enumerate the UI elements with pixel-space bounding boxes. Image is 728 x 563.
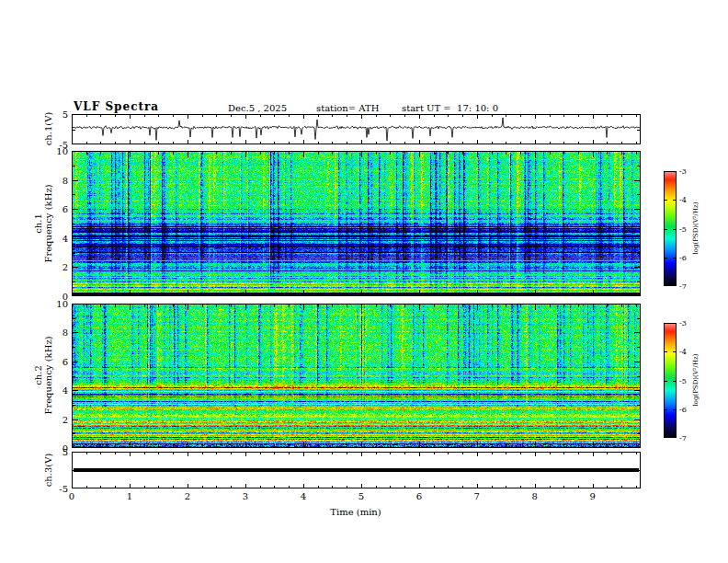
- colorbar-tick-label: -4: [679, 196, 687, 204]
- colorbar-ch2: [664, 323, 677, 438]
- colorbar-ch1: [664, 171, 677, 286]
- colorbar-tick-label: -6: [679, 405, 687, 413]
- ch1-voltage-axis-label: ch.1(V): [43, 112, 53, 146]
- voltage-tick-label: 5: [63, 109, 68, 120]
- ch3-waveform-canvas: [72, 452, 641, 488]
- colorbar-tick-label: -7: [679, 434, 687, 442]
- voltage-tick-label: -5: [59, 484, 68, 494]
- x-tick-label: 9: [590, 491, 596, 501]
- colorbar-tick-label: -4: [679, 348, 687, 356]
- frequency-tick-label: 4: [63, 385, 68, 396]
- colorbar1-axis-label: log(PSD)(V²/Hz): [691, 202, 701, 255]
- frequency-tick-label: 8: [63, 175, 68, 185]
- colorbar-tick-label: -7: [679, 282, 687, 291]
- station-label: station= ATH: [316, 103, 379, 113]
- frequency-tick-label: 2: [63, 414, 68, 424]
- x-tick-label: 3: [243, 491, 248, 501]
- colorbar2-axis-label: log(PSD)(V²/Hz): [691, 354, 701, 407]
- colorbar-tick-label: -5: [679, 224, 687, 233]
- date-label: Dec.5 , 2025: [228, 103, 287, 113]
- figure-title: VLF Spectra: [74, 100, 159, 113]
- x-tick-label: 2: [185, 491, 190, 501]
- ch1-spectrogram-canvas: [72, 151, 641, 296]
- colorbar-tick-label: -3: [679, 319, 687, 327]
- frequency-tick-label: 8: [63, 327, 68, 338]
- frequency-tick-label: 2: [63, 262, 68, 272]
- colorbar-tick-label: -6: [679, 253, 687, 261]
- x-tick-label: 6: [416, 491, 422, 501]
- frequency-tick-label: 10: [56, 299, 68, 309]
- start-ut-label: start UT = 17: 10: 0: [402, 103, 498, 113]
- x-tick-label: 0: [69, 491, 74, 501]
- frequency-tick-label: 4: [63, 233, 68, 243]
- ch3-voltage-axis-label: ch.3(V): [43, 454, 53, 488]
- x-tick-label: 5: [358, 491, 364, 501]
- x-tick-label: 8: [532, 491, 538, 501]
- ch1-waveform-canvas: [72, 114, 641, 144]
- ch2-frequency-axis-label: ch.2 Frequency (kHz): [33, 336, 53, 414]
- x-tick-label: 1: [127, 491, 132, 501]
- frequency-tick-label: 6: [63, 356, 68, 366]
- time-axis-label: Time (min): [330, 507, 381, 517]
- frequency-tick-label: 6: [63, 204, 68, 214]
- ch2-spectrogram-canvas: [72, 304, 641, 448]
- voltage-tick-label: -5: [59, 140, 68, 150]
- voltage-tick-label: 5: [63, 447, 68, 457]
- colorbar-tick-label: -3: [679, 167, 687, 176]
- colorbar-tick-label: -5: [679, 376, 687, 385]
- x-tick-label: 7: [474, 491, 480, 501]
- x-tick-label: 4: [301, 491, 306, 501]
- ch1-frequency-axis-label: ch.1 Frequency (kHz): [33, 184, 53, 262]
- vlf-spectra-figure: VLF Spectra Dec.5 , 2025 station= ATH st…: [0, 0, 728, 563]
